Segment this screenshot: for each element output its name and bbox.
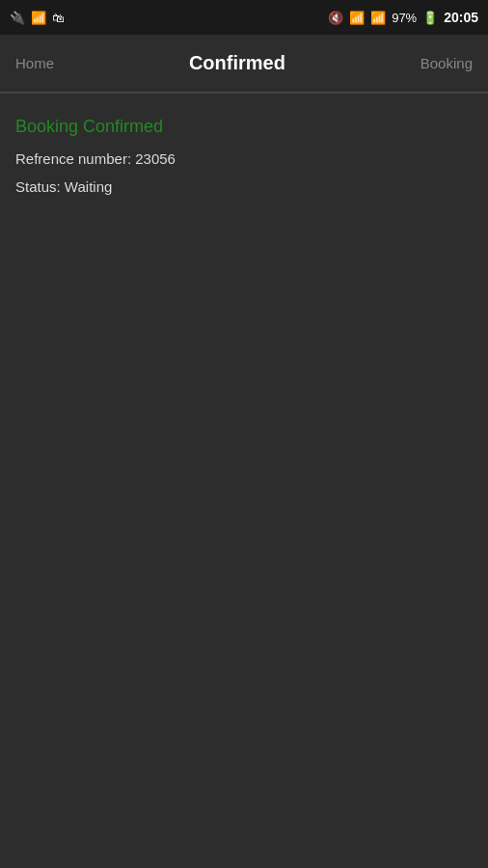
- status-bar-left: 🔌 📶 🛍: [10, 11, 65, 25]
- signal-icon: 📶: [370, 11, 386, 25]
- status-bar-right: 🔇 📶 📶 97% 🔋 20:05: [328, 10, 478, 25]
- wifi-icon: 📶: [349, 11, 365, 25]
- status-bar: 🔌 📶 🛍 🔇 📶 📶 97% 🔋 20:05: [0, 0, 488, 35]
- battery-icon: 🔋: [422, 11, 438, 25]
- bag-icon: 🛍: [52, 11, 65, 25]
- sim-icon: 📶: [31, 11, 46, 25]
- main-content: Booking Confirmed Refrence number: 23056…: [0, 94, 488, 227]
- booking-confirmed-heading: Booking Confirmed: [15, 117, 473, 137]
- reference-number: Refrence number: 23056: [15, 149, 473, 171]
- booking-status: Status: Waiting: [15, 176, 473, 199]
- navigation-bar: Home Confirmed Booking: [0, 35, 488, 93]
- status-time: 20:05: [444, 10, 478, 25]
- home-nav-button[interactable]: Home: [15, 55, 54, 71]
- usb-icon: 🔌: [10, 11, 25, 25]
- page-title: Confirmed: [189, 52, 285, 74]
- mute-icon: 🔇: [328, 11, 343, 25]
- booking-nav-button[interactable]: Booking: [420, 55, 473, 71]
- battery-percentage: 97%: [392, 11, 417, 25]
